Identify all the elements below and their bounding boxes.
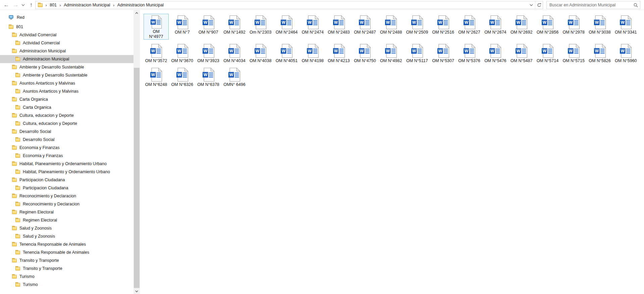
- sidebar-item[interactable]: Salud y Zoonosis: [0, 232, 133, 240]
- file-item[interactable]: WOM N°4213: [326, 42, 352, 68]
- sidebar-item[interactable]: Red: [0, 13, 133, 21]
- breadcrumb-item-801[interactable]: 801: [48, 1, 59, 9]
- forward-button[interactable]: →: [11, 0, 20, 10]
- sidebar-item[interactable]: Reconocimiento y Declaracion: [0, 200, 133, 208]
- file-item[interactable]: WOM N°7: [170, 14, 195, 40]
- svg-text:W: W: [229, 49, 233, 53]
- file-item[interactable]: WOM N°3038: [587, 14, 612, 40]
- sidebar-item[interactable]: Tenencia Responsable de Animales: [0, 248, 133, 256]
- file-item[interactable]: WOm N°2303: [248, 14, 273, 40]
- scrollbar-thumb[interactable]: [134, 68, 140, 288]
- file-item[interactable]: WOM N°5487: [509, 42, 534, 68]
- sidebar-item[interactable]: Desarrollo Social: [0, 128, 133, 136]
- sidebar-item[interactable]: Turismo: [0, 281, 133, 289]
- sidebar-item[interactable]: Tenencia Responsable de Animales: [0, 240, 133, 248]
- sidebar-item[interactable]: Administracion Municipal: [0, 55, 133, 63]
- sidebar-item[interactable]: Administracion Municipal: [0, 47, 133, 55]
- file-item[interactable]: WOM N°2509: [405, 14, 430, 40]
- sidebar-item[interactable]: Salud y Zoonosis: [0, 224, 133, 232]
- sidebar-item[interactable]: Turismo: [0, 273, 133, 281]
- file-item[interactable]: WOM N°2978: [561, 14, 586, 40]
- file-item[interactable]: WOM N°4982: [378, 42, 404, 68]
- sidebar-item[interactable]: Regimen Electoral: [0, 208, 133, 216]
- sidebar-item[interactable]: Regimen Electoral: [0, 216, 133, 224]
- back-button[interactable]: ←: [2, 0, 11, 10]
- sidebar-item-label: Turismo: [23, 282, 38, 287]
- explorer-main: Red801Actividad ComercialActividad Comer…: [0, 10, 644, 294]
- sidebar-item[interactable]: Ambiente y Desarrollo Sustentable: [0, 71, 133, 79]
- search-input[interactable]: [547, 3, 631, 7]
- file-item[interactable]: WOM N°5376: [457, 42, 482, 68]
- file-item[interactable]: WOM N°4034: [222, 42, 247, 68]
- file-item[interactable]: WOM N°907: [196, 14, 221, 40]
- file-item[interactable]: WOM N°2627: [457, 14, 482, 40]
- file-item[interactable]: WOMN° 6496: [222, 66, 247, 92]
- sidebar-item[interactable]: Carta Organica: [0, 95, 133, 103]
- search-icon[interactable]: [631, 3, 640, 7]
- file-item[interactable]: WOM N°4038: [248, 42, 273, 68]
- file-item[interactable]: WOM N°6326: [170, 66, 195, 92]
- file-item[interactable]: WOM N°6248: [144, 66, 169, 92]
- file-item[interactable]: WOM N°5715: [561, 42, 586, 68]
- refresh-button[interactable]: [535, 1, 543, 9]
- file-item[interactable]: WOM N°6378: [196, 66, 221, 92]
- sidebar-item[interactable]: Reconocimiento y Declaracion: [0, 192, 133, 200]
- breadcrumb-item-administracion-municipal[interactable]: Administracion Municipal: [62, 1, 112, 9]
- scroll-up-button[interactable]: [133, 10, 140, 16]
- file-item[interactable]: WOM N°4051: [274, 42, 299, 68]
- file-item[interactable]: WOM N°5307: [431, 42, 456, 68]
- scroll-down-button[interactable]: [133, 288, 140, 294]
- up-button[interactable]: ↑: [27, 0, 36, 10]
- breadcrumb-item-administracion-municipal-2[interactable]: Administracion Municipal: [115, 1, 166, 9]
- file-item[interactable]: WOM N°5826: [587, 42, 612, 68]
- file-item[interactable]: WOM N°3923: [196, 42, 221, 68]
- file-item[interactable]: WOM N°3341: [613, 14, 638, 40]
- folder-icon: [12, 146, 17, 150]
- recent-locations-button[interactable]: [20, 0, 26, 10]
- file-item[interactable]: WOM N°5960: [613, 42, 638, 68]
- sidebar-item[interactable]: Actividad Comercial: [0, 39, 133, 47]
- file-item[interactable]: WOM N°2516: [431, 14, 456, 40]
- navigation-scrollbar[interactable]: [133, 10, 140, 294]
- file-item[interactable]: WOM N°5714: [535, 42, 560, 68]
- sidebar-item[interactable]: Actividad Comercial: [0, 31, 133, 39]
- file-item[interactable]: WOM N°5117: [405, 42, 430, 68]
- file-item[interactable]: WOM N°4750: [352, 42, 377, 68]
- sidebar-item[interactable]: Transito y Transporte: [0, 256, 133, 264]
- address-dropdown-button[interactable]: [528, 1, 535, 9]
- sidebar-item[interactable]: Ambiente y Desarrollo Sustentable: [0, 63, 133, 71]
- folder-icon: [12, 178, 17, 182]
- file-item[interactable]: WOM N°2483: [326, 14, 352, 40]
- file-item[interactable]: WOM N°5476: [483, 42, 508, 68]
- sidebar-item[interactable]: Economia y Finanzas: [0, 152, 133, 160]
- sidebar-item[interactable]: Asuntos Antarticos y Malvinas: [0, 79, 133, 87]
- file-item[interactable]: WOM N°2487: [352, 14, 377, 40]
- sidebar-item[interactable]: Asuntos Antarticos y Malvinas: [0, 87, 133, 95]
- file-item[interactable]: WOM N°2464: [274, 14, 299, 40]
- sidebar-item-label: Asuntos Antarticos y Malvinas: [19, 81, 75, 86]
- file-item[interactable]: WOM N°1492: [222, 14, 247, 40]
- file-item[interactable]: WOM N°2488: [378, 14, 404, 40]
- file-item[interactable]: WOM N°3670: [170, 42, 195, 68]
- file-item[interactable]: WOM N°4198: [300, 42, 325, 68]
- sidebar-item[interactable]: Cultura, educacion y Deporte: [0, 119, 133, 128]
- sidebar-item[interactable]: Cultura, educacion y Deporte: [0, 111, 133, 119]
- sidebar-item[interactable]: Participacion Ciudadana: [0, 184, 133, 192]
- file-item[interactable]: WOM N°3572: [144, 42, 169, 68]
- sidebar-item[interactable]: Transito y Transporte: [0, 264, 133, 273]
- sidebar-item[interactable]: Desarrollo Social: [0, 136, 133, 144]
- file-item[interactable]: WOM N°2692: [509, 14, 534, 40]
- file-item[interactable]: WOM N°2674: [483, 14, 508, 40]
- sidebar-item[interactable]: Habitat, Planeamiento y Ordenamiento Urb…: [0, 160, 133, 168]
- file-item[interactable]: WOM N°2474: [300, 14, 325, 40]
- svg-text:W: W: [360, 20, 364, 25]
- file-name: OM N°4198: [302, 58, 324, 63]
- file-item[interactable]: WOM N°4977: [144, 14, 169, 40]
- sidebar-item[interactable]: Economia y Finanzas: [0, 144, 133, 152]
- sidebar-item[interactable]: 801: [0, 23, 133, 31]
- address-bar[interactable]: › 801 › Administracion Municipal › Admin…: [35, 1, 543, 9]
- sidebar-item[interactable]: Participacion Ciudadana: [0, 176, 133, 184]
- sidebar-item[interactable]: Habitat, Planeamiento y Ordenamiento Urb…: [0, 168, 133, 176]
- file-item[interactable]: WOM N°2856: [535, 14, 560, 40]
- sidebar-item[interactable]: Carta Organica: [0, 103, 133, 111]
